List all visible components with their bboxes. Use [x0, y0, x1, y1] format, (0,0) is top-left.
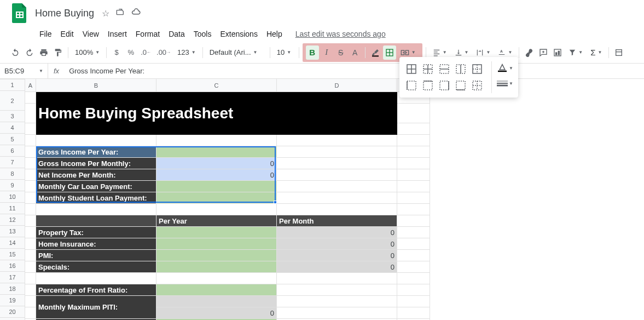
col-header-D[interactable]: D — [277, 79, 397, 92]
font-size-dropdown[interactable]: 10▼ — [274, 45, 295, 60]
border-bottom[interactable] — [453, 78, 468, 93]
cell[interactable]: Gross Income Per Year: — [36, 146, 156, 158]
doc-title[interactable]: Home Buying — [35, 8, 94, 19]
cell[interactable]: Property Tax: — [36, 227, 156, 238]
row-header-12[interactable]: 12 — [0, 214, 25, 226]
redo-button[interactable] — [23, 45, 36, 60]
cell[interactable]: Monthly Maximum PITI: — [36, 296, 156, 319]
move-icon[interactable] — [116, 8, 125, 19]
row-header-7[interactable]: 7 — [0, 157, 25, 168]
cell[interactable]: PMI: — [36, 250, 156, 261]
cell[interactable] — [25, 92, 36, 104]
cell[interactable] — [156, 250, 277, 261]
fill-color-button[interactable] — [369, 45, 382, 60]
row-header-18[interactable]: 18 — [0, 283, 25, 295]
bold-button[interactable]: B — [306, 45, 319, 60]
cell[interactable] — [36, 135, 156, 146]
cell[interactable]: 0 — [277, 227, 397, 238]
cell[interactable] — [25, 215, 36, 227]
cell[interactable] — [25, 181, 36, 192]
col-header-A[interactable]: A — [25, 79, 36, 92]
row-header-5[interactable]: 5 — [0, 134, 25, 145]
border-vertical[interactable] — [453, 61, 468, 77]
cell[interactable] — [25, 123, 36, 135]
border-inner[interactable] — [420, 61, 436, 77]
cell[interactable] — [397, 181, 430, 192]
cell[interactable] — [397, 307, 430, 319]
cell[interactable] — [397, 296, 430, 307]
zoom-dropdown[interactable]: 100%▼ — [72, 45, 103, 60]
cell[interactable]: Per Month — [277, 215, 397, 227]
sheets-logo[interactable] — [9, 2, 31, 24]
insert-chart-button[interactable] — [551, 45, 564, 60]
row-header-13[interactable]: 13 — [0, 226, 25, 237]
cell[interactable]: 0 — [277, 261, 397, 273]
menu-help[interactable]: Help — [262, 27, 287, 41]
cell[interactable]: Monthly Student Loan Payment: — [36, 192, 156, 204]
menu-view[interactable]: View — [78, 27, 103, 41]
font-dropdown[interactable]: Default (Ari...▼ — [206, 45, 266, 60]
menu-tools[interactable]: Tools — [189, 27, 216, 41]
cell[interactable] — [277, 169, 397, 181]
col-header-C[interactable]: C — [156, 79, 277, 92]
undo-button[interactable] — [9, 45, 22, 60]
cell[interactable] — [36, 215, 156, 227]
cell[interactable] — [277, 307, 397, 319]
increase-decimal-button[interactable]: .00→ — [154, 45, 173, 60]
text-color-button[interactable]: A — [349, 45, 362, 60]
cell[interactable]: Home Buying Spreadsheet — [36, 92, 397, 135]
cloud-icon[interactable] — [131, 8, 141, 18]
cell[interactable]: Monthly Car Loan Payment: — [36, 181, 156, 192]
row-header-10[interactable]: 10 — [0, 191, 25, 203]
border-right[interactable] — [437, 78, 452, 93]
menu-format[interactable]: Format — [131, 27, 164, 41]
cell[interactable] — [25, 238, 36, 250]
cell[interactable] — [156, 146, 277, 158]
currency-button[interactable]: $ — [110, 45, 123, 60]
menu-extensions[interactable]: Extensions — [216, 27, 262, 41]
cell[interactable]: 0 — [156, 307, 277, 319]
cell[interactable] — [277, 296, 397, 307]
cell[interactable] — [397, 250, 430, 261]
row-header-6[interactable]: 6 — [0, 145, 25, 157]
cell[interactable] — [277, 146, 397, 158]
cell[interactable] — [36, 204, 156, 215]
cell[interactable]: Per Year — [156, 215, 277, 227]
row-header-9[interactable]: 9 — [0, 180, 25, 191]
border-all[interactable] — [404, 61, 419, 77]
cell[interactable] — [397, 104, 430, 123]
cell[interactable] — [397, 169, 430, 181]
borders-button[interactable] — [383, 45, 396, 60]
border-style-button[interactable]: ▼ — [496, 77, 514, 90]
cell[interactable] — [397, 238, 430, 250]
italic-button[interactable]: I — [320, 45, 333, 60]
cell[interactable]: 0 — [156, 158, 277, 169]
cell[interactable] — [25, 273, 36, 284]
cell[interactable] — [25, 296, 36, 307]
row-header-14[interactable]: 14 — [0, 237, 25, 249]
border-horizontal[interactable] — [437, 61, 452, 77]
cell[interactable] — [25, 192, 36, 204]
cell[interactable]: Specials: — [36, 261, 156, 273]
star-icon[interactable]: ☆ — [102, 8, 109, 19]
strikethrough-button[interactable]: S — [334, 45, 347, 60]
cell[interactable] — [156, 238, 277, 250]
cell[interactable]: Home Insurance: — [36, 238, 156, 250]
cell[interactable] — [25, 169, 36, 181]
cell[interactable] — [156, 192, 277, 204]
row-header-3[interactable]: 3 — [0, 111, 25, 122]
cell[interactable] — [25, 307, 36, 319]
cell[interactable] — [25, 146, 36, 158]
border-outer[interactable] — [469, 61, 485, 77]
cell[interactable]: Gross Income Per Monthly: — [36, 158, 156, 169]
toolbar-overflow-button[interactable] — [612, 45, 625, 60]
cell[interactable] — [397, 192, 430, 204]
row-header-11[interactable]: 11 — [0, 203, 25, 214]
col-header-B[interactable]: B — [36, 79, 156, 92]
cell[interactable] — [156, 273, 277, 284]
cell[interactable] — [25, 104, 36, 123]
decrease-decimal-button[interactable]: .0← — [138, 45, 153, 60]
cell[interactable]: 0 — [156, 169, 277, 181]
row-header-4[interactable]: 4 — [0, 122, 25, 134]
row-header-8[interactable]: 8 — [0, 168, 25, 180]
